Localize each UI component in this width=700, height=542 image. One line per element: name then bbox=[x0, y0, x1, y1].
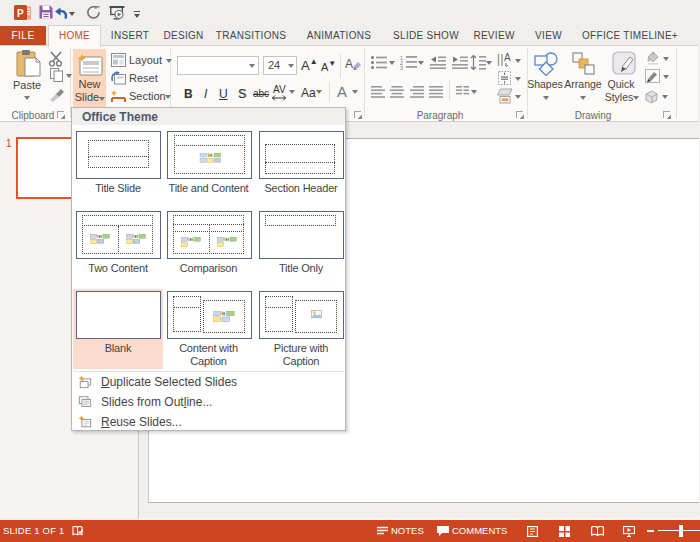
svg-text:A: A bbox=[345, 57, 353, 71]
svg-text:P: P bbox=[17, 8, 24, 19]
svg-text:A: A bbox=[504, 52, 511, 63]
svg-text:3: 3 bbox=[400, 65, 403, 70]
